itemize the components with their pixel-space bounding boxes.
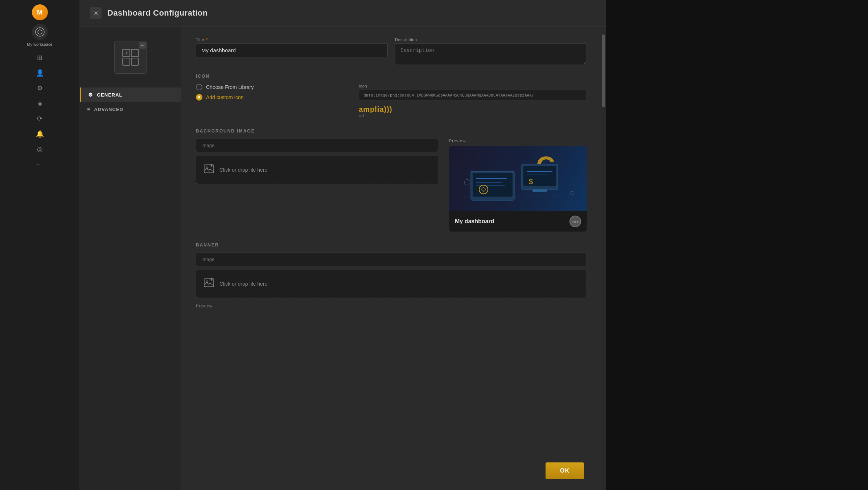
preview-card-title: My dashboard <box>455 218 494 225</box>
nav-preview: ✏ <box>80 34 181 84</box>
bg-drop-zone[interactable]: Click or drop file here <box>196 156 438 184</box>
icon-data-section: Icon data:image/png;base64,iVBORw0KGgoAA… <box>359 84 587 101</box>
banner-section: BANNER Cl <box>196 242 587 308</box>
title-description-row: Title * Description <box>196 37 587 65</box>
svg-rect-8 <box>204 165 214 173</box>
general-icon: ⚙ <box>88 92 93 98</box>
sidebar-item-more[interactable]: ⋯ <box>33 158 46 171</box>
tech-illustration-svg: C <box>449 146 587 211</box>
banner-layout: Click or drop file here <box>196 253 587 298</box>
icon-data-value: data:image/png;base64,iVBORw0KGgoAAAANSU… <box>359 90 587 101</box>
bg-preview-label: Preview <box>449 139 587 143</box>
icon-section-label: ICON <box>196 74 587 79</box>
background-image-section: BACKGROUND IMAGE <box>196 128 587 232</box>
workspace-logo[interactable] <box>32 24 48 40</box>
banner-preview-section: Preview <box>196 304 587 308</box>
avatar[interactable]: M <box>32 4 48 20</box>
svg-rect-27 <box>204 279 214 287</box>
icon-preview-sub: iot <box>359 114 365 118</box>
svg-rect-13 <box>473 173 513 197</box>
preview-card-footer: My dashboard mplis <box>449 211 587 232</box>
bg-image-input[interactable] <box>196 139 438 152</box>
dialog-scrollbar[interactable] <box>601 26 606 490</box>
title-input[interactable] <box>196 43 388 57</box>
icon-layout: Choose From Library Add custom icon Ico <box>196 84 587 118</box>
icon-section: ICON Choose From Library Add custom <box>196 74 587 118</box>
preview-card-avatar: mplis <box>569 216 581 227</box>
description-field: Description <box>395 37 587 65</box>
choose-library-option[interactable]: Choose From Library <box>196 84 348 90</box>
dialog-body: ✏ ⚙ GENERAL ≡ ADVANCED T <box>80 26 606 490</box>
svg-rect-3 <box>131 49 139 57</box>
dialog-content: Title * Description ICON <box>181 26 601 490</box>
dialog-title: Dashboard Configuration <box>107 8 208 18</box>
bg-preview-card: C <box>449 146 587 232</box>
banner-image-input[interactable] <box>196 253 587 266</box>
preview-card-image: C <box>449 146 587 211</box>
description-input[interactable] <box>395 43 587 65</box>
svg-point-1 <box>38 30 42 34</box>
title-label: Title * <box>196 37 388 42</box>
icon-preview-logo: amplia))) <box>359 105 392 114</box>
workspace-label: My workspace <box>27 42 52 46</box>
sidebar: M My workspace ⊞ 👤 ⚙ ◈ ⟳ 🔔 ◎ ⋯ <box>0 0 80 490</box>
nav-item-general-label: GENERAL <box>97 92 123 98</box>
bg-drop-icon <box>203 163 214 176</box>
ok-button[interactable]: OK <box>546 462 584 479</box>
description-label: Description <box>395 37 587 42</box>
nav-item-advanced[interactable]: ≡ ADVANCED <box>80 102 181 117</box>
sidebar-item-users[interactable]: 👤 <box>33 66 46 79</box>
svg-rect-4 <box>123 58 130 65</box>
bg-section-label: BACKGROUND IMAGE <box>196 128 587 134</box>
dialog-overlay: ✕ Dashboard Configuration <box>80 0 868 490</box>
sidebar-item-alerts[interactable]: 🔔 <box>33 127 46 140</box>
svg-point-0 <box>36 28 44 36</box>
dashboard-icon-svg <box>120 46 141 68</box>
dashboard-config-dialog: ✕ Dashboard Configuration <box>80 0 606 490</box>
dialog-nav: ✏ ⚙ GENERAL ≡ ADVANCED <box>80 26 181 490</box>
choose-library-label: Choose From Library <box>206 84 254 90</box>
add-custom-label: Add custom icon <box>206 94 244 100</box>
bg-layout: Click or drop file here Preview <box>196 139 587 232</box>
nav-item-general[interactable]: ⚙ GENERAL <box>80 87 181 102</box>
library-radio[interactable] <box>196 84 202 90</box>
banner-section-label: BANNER <box>196 242 587 248</box>
required-indicator: * <box>206 37 208 42</box>
icon-right: Icon data:image/png;base64,iVBORw0KGgoAA… <box>359 84 587 118</box>
svg-rect-10 <box>449 146 587 211</box>
banner-preview-label: Preview <box>196 304 587 308</box>
scrollbar-thumb[interactable] <box>602 34 605 107</box>
dialog-header: ✕ Dashboard Configuration <box>80 0 606 26</box>
bg-left: Click or drop file here <box>196 139 438 232</box>
icon-left: Choose From Library Add custom icon <box>196 84 348 118</box>
custom-icon-option[interactable]: Add custom icon <box>196 94 348 101</box>
sidebar-item-settings[interactable]: ⚙ <box>33 82 46 95</box>
sidebar-item-explore[interactable]: ◎ <box>33 143 46 156</box>
icon-preview-area: amplia))) iot <box>359 105 587 118</box>
sidebar-item-data[interactable]: ◈ <box>33 97 46 110</box>
close-button[interactable]: ✕ <box>90 7 102 19</box>
custom-radio[interactable] <box>196 94 202 101</box>
svg-text:$: $ <box>529 177 533 185</box>
nav-item-advanced-label: ADVANCED <box>94 107 123 112</box>
advanced-icon: ≡ <box>87 106 90 112</box>
banner-drop-zone[interactable]: Click or drop file here <box>196 270 587 298</box>
bottom-spacer <box>196 319 587 348</box>
icon-edit-button[interactable]: ✏ <box>139 42 146 49</box>
icon-data-label: Icon <box>359 84 587 88</box>
bg-right: Preview <box>449 139 587 232</box>
svg-rect-20 <box>523 166 556 186</box>
banner-drop-icon <box>203 277 214 290</box>
banner-drop-text: Click or drop file here <box>219 281 267 287</box>
title-field: Title * <box>196 37 388 65</box>
bg-drop-text: Click or drop file here <box>219 167 267 173</box>
svg-rect-5 <box>131 58 139 65</box>
nav-icon-preview: ✏ <box>114 41 147 74</box>
sidebar-item-workspace[interactable]: ⊞ <box>33 51 46 64</box>
svg-rect-21 <box>532 189 547 192</box>
icon-radio-group: Choose From Library Add custom icon <box>196 84 348 101</box>
sidebar-item-connections[interactable]: ⟳ <box>33 112 46 125</box>
